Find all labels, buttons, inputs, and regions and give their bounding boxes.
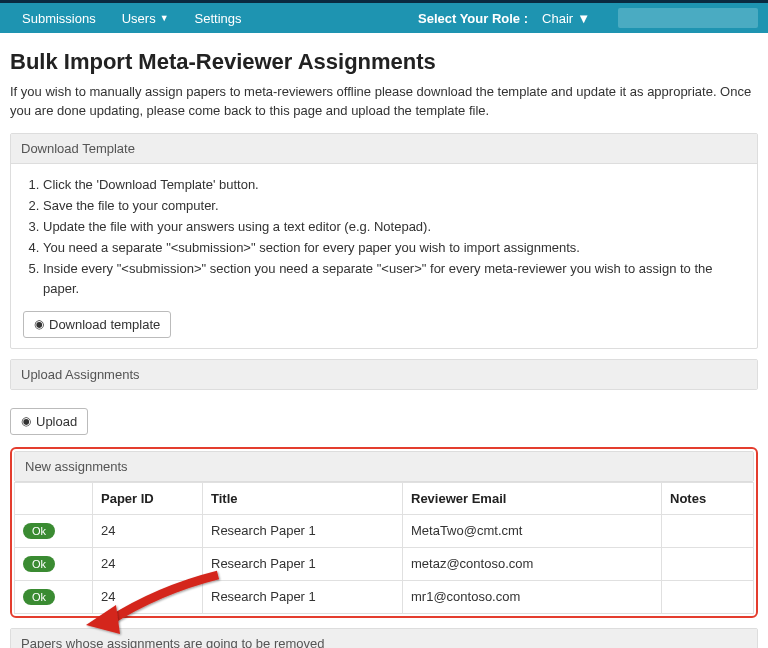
status-badge: Ok xyxy=(23,589,55,605)
caret-down-icon: ▼ xyxy=(160,13,169,23)
upload-button[interactable]: ◉ Upload xyxy=(10,408,88,435)
upload-assignments-header: Upload Assignments xyxy=(11,360,757,389)
cell-email: metaz@contoso.com xyxy=(403,547,662,580)
download-template-panel: Download Template Click the 'Download Te… xyxy=(10,133,758,349)
nav-submissions[interactable]: Submissions xyxy=(10,5,108,32)
button-label: Upload xyxy=(36,414,77,429)
table-row: Ok 24 Research Paper 1 mr1@contoso.com xyxy=(15,580,754,613)
remove-assignments-header: Papers whose assignments are going to be… xyxy=(11,629,757,648)
nav-settings[interactable]: Settings xyxy=(183,5,254,32)
nav-users[interactable]: Users ▼ xyxy=(110,5,181,32)
download-steps-list: Click the 'Download Template' button. Sa… xyxy=(23,175,745,300)
upload-assignments-panel: Upload Assignments xyxy=(10,359,758,390)
role-value: Chair xyxy=(542,11,573,26)
new-assignments-table: Paper ID Title Reviewer Email Notes Ok 2… xyxy=(14,482,754,614)
role-area: Select Your Role : Chair ▼ xyxy=(418,5,758,32)
cell-notes xyxy=(662,514,754,547)
top-navbar: Submissions Users ▼ Settings Select Your… xyxy=(0,0,768,33)
role-dropdown[interactable]: Chair ▼ xyxy=(534,5,598,32)
new-assignments-highlight: New assignments Paper ID Title Reviewer … xyxy=(10,447,758,618)
download-icon: ◉ xyxy=(34,317,44,331)
table-row: Ok 24 Research Paper 1 metaz@contoso.com xyxy=(15,547,754,580)
download-step: Inside every "<submission>" section you … xyxy=(43,259,745,299)
cell-email: MetaTwo@cmt.cmt xyxy=(403,514,662,547)
cell-paper-id: 24 xyxy=(93,514,203,547)
col-title: Title xyxy=(203,482,403,514)
nav-label: Submissions xyxy=(22,11,96,26)
page-title: Bulk Import Meta-Reviewer Assignments xyxy=(10,49,758,75)
role-prompt: Select Your Role : xyxy=(418,11,528,26)
download-step: Update the file with your answers using … xyxy=(43,217,745,237)
col-status xyxy=(15,482,93,514)
download-template-button[interactable]: ◉ Download template xyxy=(23,311,171,338)
cell-paper-id: 24 xyxy=(93,580,203,613)
status-badge: Ok xyxy=(23,523,55,539)
cell-paper-id: 24 xyxy=(93,547,203,580)
download-step: Save the file to your computer. xyxy=(43,196,745,216)
download-step: Click the 'Download Template' button. xyxy=(43,175,745,195)
caret-down-icon: ▼ xyxy=(577,11,590,26)
cell-title: Research Paper 1 xyxy=(203,514,403,547)
intro-text: If you wish to manually assign papers to… xyxy=(10,83,758,121)
download-step: You need a separate "<submission>" secti… xyxy=(43,238,745,258)
table-row: Ok 24 Research Paper 1 MetaTwo@cmt.cmt xyxy=(15,514,754,547)
cell-title: Research Paper 1 xyxy=(203,580,403,613)
button-label: Download template xyxy=(49,317,160,332)
col-paper-id: Paper ID xyxy=(93,482,203,514)
col-reviewer-email: Reviewer Email xyxy=(403,482,662,514)
status-badge: Ok xyxy=(23,556,55,572)
new-assignments-header: New assignments xyxy=(15,452,753,481)
download-template-header: Download Template xyxy=(11,134,757,164)
new-assignments-panel: New assignments xyxy=(14,451,754,482)
cell-title: Research Paper 1 xyxy=(203,547,403,580)
remove-assignments-panel: Papers whose assignments are going to be… xyxy=(10,628,758,648)
user-identity-placeholder xyxy=(618,8,758,28)
cell-notes xyxy=(662,580,754,613)
nav-label: Settings xyxy=(195,11,242,26)
cell-email: mr1@contoso.com xyxy=(403,580,662,613)
col-notes: Notes xyxy=(662,482,754,514)
nav-menu: Submissions Users ▼ Settings xyxy=(10,5,254,32)
cell-notes xyxy=(662,547,754,580)
upload-icon: ◉ xyxy=(21,414,31,428)
nav-label: Users xyxy=(122,11,156,26)
